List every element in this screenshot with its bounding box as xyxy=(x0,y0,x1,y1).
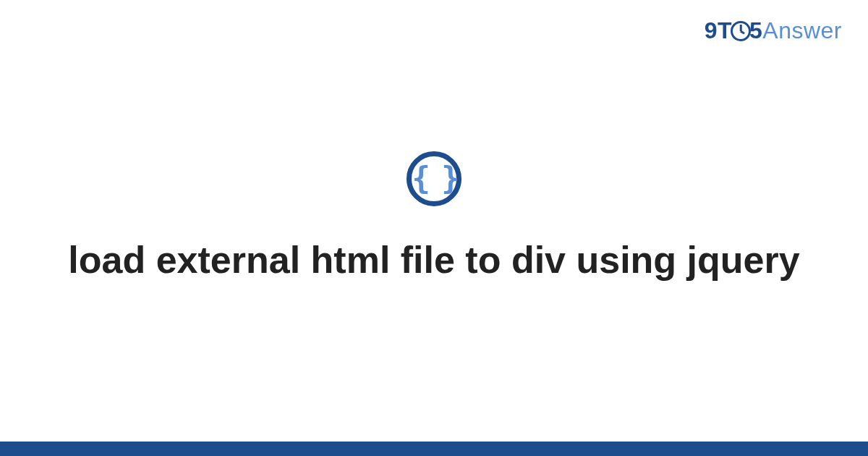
main-content: { } load external html file to div using… xyxy=(0,0,868,456)
page-title: load external html file to div using jqu… xyxy=(68,237,799,284)
code-braces-icon: { } xyxy=(407,151,461,206)
icon-glyph: { } xyxy=(412,164,456,194)
footer-bar xyxy=(0,442,868,456)
